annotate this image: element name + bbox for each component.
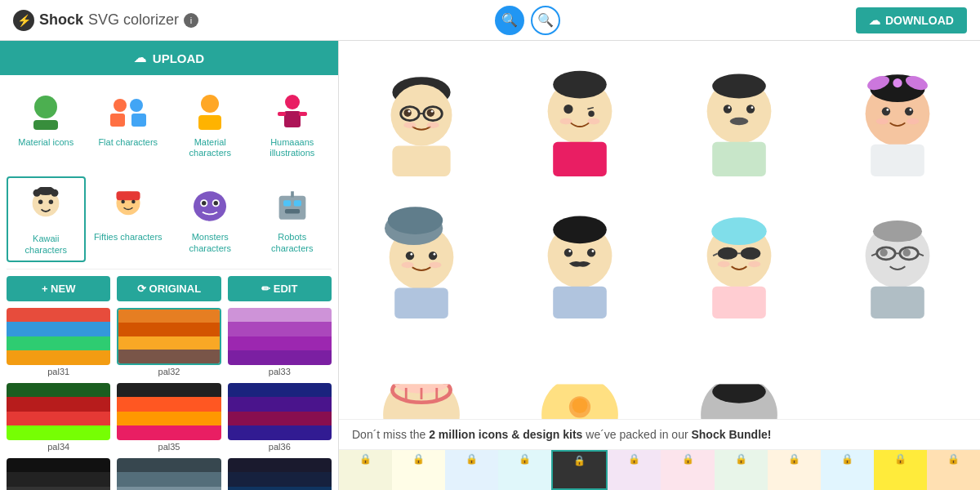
lock-icon-2: 🔒 [412, 453, 425, 465]
locked-cell-4[interactable]: 🔒 [498, 450, 551, 490]
sidebar-item-material-icons[interactable]: Material icons [7, 82, 86, 163]
svg-point-3 [130, 99, 143, 112]
edit-palette-button[interactable]: ✏ EDIT [228, 276, 332, 301]
avatar-item-5[interactable] [345, 189, 497, 325]
palette-item-pal37: pal37 [7, 458, 110, 490]
svg-rect-98 [712, 287, 766, 318]
new-palette-button[interactable]: + NEW [7, 276, 110, 301]
lock-icon-12: 🔒 [947, 453, 960, 465]
svg-point-65 [893, 78, 902, 87]
upload-button[interactable]: ☁ UPLOAD [0, 41, 338, 75]
svg-rect-11 [299, 112, 307, 116]
locked-cell-10[interactable]: 🔒 [821, 450, 874, 490]
svg-point-97 [748, 261, 760, 268]
avatar-item-3[interactable] [663, 47, 815, 183]
svg-point-119 [572, 398, 588, 413]
svg-point-77 [429, 252, 437, 260]
locked-cell-3[interactable]: 🔒 [445, 450, 498, 490]
svg-point-55 [723, 105, 731, 113]
svg-point-88 [592, 250, 595, 252]
fifties-label: Fifties characters [94, 232, 163, 243]
lock-icon-1: 🔒 [359, 453, 372, 465]
locked-cell-9[interactable]: 🔒 [768, 450, 821, 490]
avatar-item-7[interactable] [663, 189, 815, 325]
svg-point-79 [434, 253, 436, 256]
palette-item-pal39: pal39 [228, 458, 332, 490]
locked-cell-11[interactable]: 🔒 [874, 450, 927, 490]
sidebar-item-material-characters[interactable]: Material characters [171, 82, 250, 163]
avatar-item-1[interactable] [345, 47, 497, 183]
avatar-item-11[interactable] [663, 332, 815, 419]
svg-rect-19 [116, 192, 140, 201]
palette-swatch-pal33[interactable] [228, 308, 332, 365]
material-characters-thumb [181, 87, 238, 136]
svg-rect-72 [871, 145, 924, 176]
palette-label-pal35: pal35 [158, 442, 180, 452]
svg-point-93 [741, 247, 760, 260]
svg-point-66 [882, 107, 890, 115]
avatar-item-9[interactable] [345, 332, 497, 419]
robots-thumb [264, 181, 321, 230]
palette-swatch-pal36[interactable] [228, 383, 332, 440]
sidebar-item-robots-characters[interactable]: Robots characters [253, 176, 332, 261]
avatar-item-8[interactable] [822, 189, 973, 325]
palette-swatch-pal35[interactable] [117, 383, 220, 440]
svg-rect-5 [131, 114, 146, 127]
palette-item-pal32: pal32 [117, 308, 220, 376]
download-button[interactable]: ☁ DOWNLOAD [856, 7, 967, 33]
palette-swatch-pal32[interactable] [117, 308, 220, 365]
original-palette-button[interactable]: ⟳ ORIGINAL [117, 276, 220, 301]
humaaans-thumb [264, 87, 321, 136]
svg-point-100 [873, 220, 922, 242]
icon-set-grid: Material icons Flat characters Material … [0, 75, 338, 170]
sidebar-item-fifties-characters[interactable]: Fifties characters [89, 176, 168, 261]
palette-swatch-pal34[interactable] [7, 383, 110, 440]
svg-rect-60 [712, 142, 766, 176]
palette-item-pal33: pal33 [228, 308, 332, 376]
svg-point-25 [202, 201, 206, 205]
promo-mid: we´ve packed in our [582, 428, 691, 441]
locked-cell-8[interactable]: 🔒 [715, 450, 768, 490]
avatar-item-6[interactable] [504, 189, 656, 325]
promo-highlight: 2 million icons & design kits [429, 428, 582, 441]
svg-point-96 [717, 261, 729, 268]
promo-text: Don´t miss the [352, 428, 429, 441]
avatar-item-4[interactable] [822, 47, 973, 183]
avatar-item-10[interactable] [504, 332, 656, 419]
sidebar-item-flat-characters[interactable]: Flat characters [89, 82, 168, 163]
locked-cell-1[interactable]: 🔒 [339, 450, 392, 490]
sidebar-item-humaaans[interactable]: Humaaans illustrations [253, 82, 332, 163]
lock-icon-6: 🔒 [628, 453, 640, 465]
sidebar-item-kawaii-characters[interactable]: Kawaii characters [7, 176, 86, 261]
palette-swatch-pal38[interactable] [117, 458, 220, 490]
svg-point-46 [564, 105, 573, 114]
svg-point-81 [430, 262, 442, 269]
search-button-1[interactable]: 🔍 [495, 6, 524, 35]
svg-point-6 [201, 95, 219, 113]
locked-cell-7[interactable]: 🔒 [661, 450, 714, 490]
palette-swatch-pal37[interactable] [7, 458, 110, 490]
material-characters-label: Material characters [174, 137, 247, 158]
svg-point-69 [909, 109, 911, 111]
palette-swatch-pal39[interactable] [228, 458, 332, 490]
locked-cell-6[interactable]: 🔒 [608, 450, 661, 490]
lock-icon-7: 🔒 [682, 453, 694, 465]
palette-swatch-pal31[interactable] [7, 308, 110, 365]
svg-point-41 [404, 122, 416, 128]
svg-rect-1 [33, 120, 58, 130]
svg-point-87 [569, 250, 572, 252]
locked-cell-2[interactable]: 🔒 [392, 450, 445, 490]
sidebar-item-monsters-characters[interactable]: Monsters characters [171, 176, 250, 261]
svg-point-45 [554, 71, 608, 99]
palette-item-pal35: pal35 [117, 383, 220, 452]
avatar-item-2[interactable] [504, 47, 656, 183]
palette-item-pal34: pal34 [7, 383, 110, 452]
locked-cell-12[interactable]: 🔒 [927, 450, 980, 490]
upload-icon: ☁ [134, 51, 146, 65]
locked-cell-5[interactable]: 🔒 [551, 450, 608, 490]
search-button-2[interactable]: 🔍 [531, 6, 560, 35]
material-icons-thumb [17, 87, 74, 136]
svg-rect-31 [291, 192, 294, 198]
header: ⚡ Shock SVG colorizer i 🔍 🔍 ☁ DOWNLOAD [0, 0, 980, 41]
info-button[interactable]: i [184, 13, 198, 28]
